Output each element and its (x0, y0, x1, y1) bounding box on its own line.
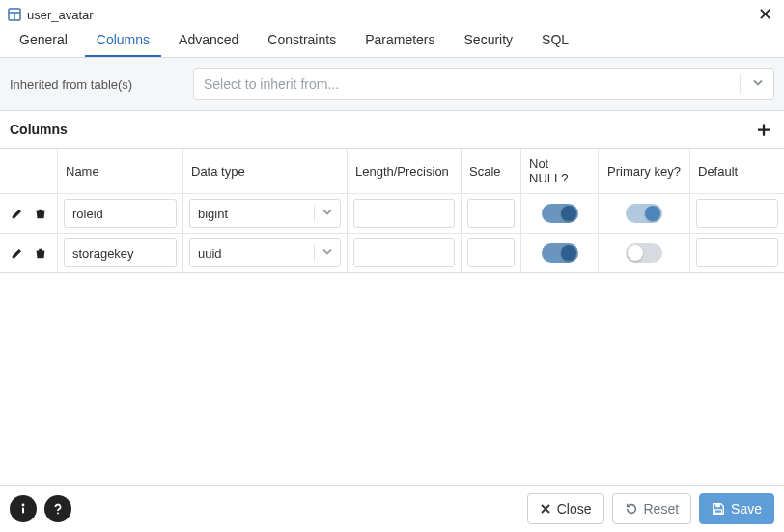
col-length-header: Length/Precision (348, 149, 462, 193)
table-row: bigint (0, 194, 784, 234)
edit-row-button[interactable] (9, 244, 26, 262)
dialog-title: user_avatar (27, 8, 754, 22)
svg-rect-6 (715, 504, 719, 508)
close-button[interactable]: Close (527, 493, 604, 524)
reset-icon (625, 502, 638, 516)
close-button-label: Close (557, 501, 592, 517)
save-icon (712, 502, 725, 516)
close-icon (540, 503, 551, 515)
delete-row-button[interactable] (32, 205, 49, 222)
inherit-row: Inherited from table(s) Select to inheri… (0, 58, 784, 111)
columns-header-row: Name Data type Length/Precision Scale No… (0, 149, 784, 194)
column-default-input[interactable] (696, 199, 778, 228)
table-icon (8, 8, 21, 21)
col-notnull-header: Not NULL? (521, 149, 599, 193)
tab-security[interactable]: Security (453, 24, 525, 57)
tab-bar: General Columns Advanced Constraints Par… (0, 25, 784, 58)
column-length-input[interactable] (353, 238, 455, 267)
select-separator (314, 205, 315, 222)
info-button[interactable] (10, 495, 37, 522)
tab-general[interactable]: General (8, 24, 79, 57)
not-null-toggle[interactable] (542, 243, 578, 263)
column-type-value: bigint (198, 207, 228, 221)
chevron-down-icon (322, 207, 333, 221)
col-default-header: Default (690, 149, 784, 193)
inherit-label: Inherited from table(s) (10, 77, 183, 92)
column-name-input[interactable] (64, 238, 177, 267)
help-button[interactable] (44, 495, 71, 522)
inherit-placeholder: Select to inherit from... (204, 76, 339, 92)
save-button[interactable]: Save (699, 493, 774, 524)
delete-row-button[interactable] (32, 244, 49, 262)
select-separator (740, 74, 741, 94)
col-type-header: Data type (183, 149, 348, 193)
columns-section-header: Columns ＋ (0, 111, 784, 148)
col-name-header: Name (58, 149, 183, 193)
svg-point-5 (57, 513, 59, 515)
column-name-input[interactable] (64, 199, 177, 228)
col-scale-header: Scale (462, 149, 521, 193)
primary-key-toggle[interactable] (626, 204, 662, 223)
tab-advanced[interactable]: Advanced (167, 24, 250, 57)
close-icon[interactable]: ✕ (754, 6, 776, 23)
select-separator (314, 244, 315, 262)
inherit-select[interactable]: Select to inherit from... (193, 68, 774, 100)
dialog-footer: Close Reset Save (0, 485, 784, 532)
dialog-title-bar: user_avatar ✕ (0, 0, 784, 25)
tab-parameters[interactable]: Parameters (353, 24, 446, 57)
column-type-select[interactable]: uuid (189, 238, 341, 267)
col-pk-header: Primary key? (599, 149, 690, 193)
columns-grid: Name Data type Length/Precision Scale No… (0, 148, 784, 273)
col-actions-header (0, 149, 58, 193)
column-length-input[interactable] (353, 199, 455, 228)
primary-key-toggle[interactable] (626, 243, 662, 263)
not-null-toggle[interactable] (542, 204, 578, 223)
chevron-down-icon (752, 77, 764, 92)
edit-row-button[interactable] (9, 205, 26, 222)
svg-rect-7 (715, 510, 722, 514)
column-type-select[interactable]: bigint (189, 199, 341, 228)
column-type-value: uuid (198, 246, 222, 261)
save-button-label: Save (731, 501, 762, 517)
svg-rect-4 (22, 508, 24, 514)
table-row: uuid (0, 234, 784, 272)
column-scale-input[interactable] (467, 199, 515, 228)
svg-point-3 (22, 504, 25, 507)
add-column-button[interactable]: ＋ (753, 119, 774, 140)
column-default-input[interactable] (696, 238, 778, 267)
tab-constraints[interactable]: Constraints (256, 24, 348, 57)
tab-columns[interactable]: Columns (85, 24, 161, 57)
reset-button-label: Reset (644, 501, 680, 517)
columns-section-title: Columns (10, 122, 68, 137)
chevron-down-icon (322, 246, 333, 261)
reset-button[interactable]: Reset (612, 493, 692, 524)
tab-sql[interactable]: SQL (530, 24, 580, 57)
column-scale-input[interactable] (467, 238, 515, 267)
